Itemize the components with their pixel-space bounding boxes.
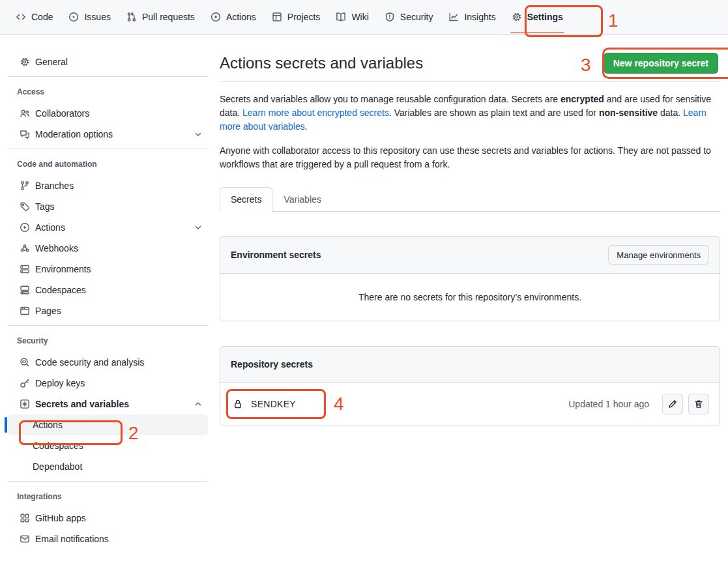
- git-branch-icon: [20, 181, 30, 191]
- table-icon: [272, 12, 282, 22]
- apps-icon: [20, 513, 30, 523]
- tab-projects[interactable]: Projects: [267, 0, 326, 34]
- mail-icon: [20, 534, 30, 544]
- sidebar-item-label: Codespaces: [33, 441, 83, 451]
- pencil-icon: [667, 399, 678, 409]
- repo-tab-nav: Code Issues Pull requests Actions Projec…: [0, 0, 728, 35]
- sidebar-item-pages[interactable]: Pages: [8, 300, 208, 321]
- tab-secrets[interactable]: Secrets: [220, 187, 272, 212]
- sidebar-item-label: Codespaces: [35, 285, 86, 295]
- sidebar-item-tags[interactable]: Tags: [8, 196, 208, 217]
- intro-paragraph-1: Secrets and variables allow you to manag…: [220, 93, 715, 134]
- sidebar-divider: [8, 325, 208, 326]
- sidebar-item-label: Dependabot: [33, 461, 82, 472]
- browser-icon: [20, 306, 30, 316]
- sidebar-item-label: Pages: [35, 306, 61, 316]
- gear-icon: [20, 57, 30, 67]
- settings-sidebar: General Access Collaborators Moderation …: [0, 35, 220, 565]
- main-content: Actions secrets and variables New reposi…: [220, 35, 720, 426]
- tab-code[interactable]: Code: [10, 0, 58, 34]
- delete-secret-button[interactable]: [688, 394, 709, 414]
- sidebar-item-label: Moderation options: [35, 129, 113, 139]
- sidebar-header-integrations: Integrations: [8, 492, 208, 501]
- tab-settings[interactable]: Settings: [506, 0, 568, 34]
- sidebar-item-label: Deploy keys: [35, 378, 85, 388]
- sidebar-item-branches[interactable]: Branches: [8, 175, 208, 196]
- secrets-variables-tabnav: Secrets Variables: [220, 187, 720, 212]
- sidebar-item-label: Actions: [33, 420, 63, 430]
- play-icon: [20, 222, 30, 233]
- sidebar-item-label: Email notifications: [35, 534, 109, 544]
- link-encrypted-secrets[interactable]: Learn more about encrypted secrets: [242, 108, 389, 118]
- shield-icon: [385, 12, 395, 22]
- sidebar-item-webhooks[interactable]: Webhooks: [8, 238, 208, 259]
- webhook-icon: [20, 243, 30, 254]
- secret-updated-text: Updated 1 hour ago: [568, 399, 649, 409]
- tab-pull-requests-label: Pull requests: [142, 12, 195, 22]
- codescan-icon: [20, 357, 30, 368]
- sidebar-item-label: GitHub apps: [35, 513, 86, 523]
- people-icon: [20, 108, 30, 119]
- sidebar-subitem-codespaces[interactable]: Codespaces: [8, 435, 208, 456]
- tab-wiki-label: Wiki: [351, 12, 368, 22]
- gear-icon: [512, 12, 522, 22]
- code-icon: [16, 12, 26, 22]
- sidebar-item-email-notifications[interactable]: Email notifications: [8, 529, 208, 549]
- title-divider: [220, 81, 720, 82]
- chevron-up-icon: [194, 399, 203, 409]
- sidebar-subitem-dependabot[interactable]: Dependabot: [8, 456, 208, 477]
- lock-icon: [233, 399, 243, 409]
- sidebar-item-moderation-options[interactable]: Moderation options: [8, 124, 208, 145]
- trash-icon: [693, 399, 704, 409]
- tab-actions[interactable]: Actions: [205, 0, 261, 34]
- sidebar-item-actions[interactable]: Actions: [8, 217, 208, 238]
- sidebar-header-code-automation: Code and automation: [8, 160, 208, 169]
- tab-issues[interactable]: Issues: [63, 0, 115, 34]
- sidebar-item-collaborators[interactable]: Collaborators: [8, 103, 208, 124]
- environment-secrets-box: Environment secrets Manage environments …: [220, 236, 720, 321]
- sidebar-item-label: Collaborators: [35, 108, 89, 119]
- sidebar-item-general[interactable]: General: [8, 51, 208, 72]
- tab-issues-label: Issues: [84, 12, 110, 22]
- issue-opened-icon: [68, 12, 79, 22]
- sidebar-item-codespaces[interactable]: Codespaces: [8, 280, 208, 300]
- tab-security[interactable]: Security: [379, 0, 439, 34]
- secret-name: SENDKEY: [251, 399, 296, 409]
- tab-pull-requests[interactable]: Pull requests: [121, 0, 200, 34]
- new-repository-secret-button[interactable]: New repository secret: [604, 53, 718, 74]
- sidebar-item-label: Tags: [35, 201, 55, 212]
- secret-row: SENDKEY Updated 1 hour ago: [220, 383, 720, 426]
- sidebar-item-secrets-variables[interactable]: Secrets and variables: [8, 394, 208, 414]
- sidebar-item-label: Code security and analysis: [35, 357, 144, 368]
- intro-text: Secrets and variables allow you to manag…: [220, 93, 720, 171]
- sidebar-item-label: Secrets and variables: [35, 399, 129, 409]
- tab-settings-label: Settings: [527, 12, 563, 22]
- tab-insights[interactable]: Insights: [443, 0, 501, 34]
- tab-insights-label: Insights: [464, 12, 495, 22]
- tab-security-label: Security: [400, 12, 433, 22]
- edit-secret-button[interactable]: [662, 394, 683, 414]
- tab-wiki[interactable]: Wiki: [330, 0, 373, 34]
- graph-icon: [448, 12, 459, 22]
- sidebar-divider: [8, 481, 208, 482]
- sidebar-item-code-security[interactable]: Code security and analysis: [8, 352, 208, 373]
- sidebar-item-label: Branches: [35, 181, 74, 191]
- tab-actions-label: Actions: [226, 12, 256, 22]
- book-icon: [336, 12, 346, 22]
- sidebar-item-environments[interactable]: Environments: [8, 259, 208, 280]
- play-icon: [211, 12, 221, 22]
- sidebar-item-label: Actions: [35, 222, 65, 233]
- page-title: Actions secrets and variables: [220, 53, 423, 74]
- key-asterisk-icon: [20, 399, 30, 409]
- intro-paragraph-2: Anyone with collaborator access to this …: [220, 144, 715, 171]
- sidebar-item-github-apps[interactable]: GitHub apps: [8, 508, 208, 529]
- sidebar-item-deploy-keys[interactable]: Deploy keys: [8, 373, 208, 394]
- tab-variables[interactable]: Variables: [272, 187, 332, 211]
- environment-secrets-empty-message: There are no secrets for this repository…: [220, 274, 720, 321]
- tag-icon: [20, 201, 30, 212]
- repository-secrets-box: Repository secrets SENDKEY Updated 1 hou…: [220, 346, 720, 426]
- sidebar-subitem-actions[interactable]: Actions: [8, 414, 208, 435]
- sidebar-header-access: Access: [8, 87, 208, 96]
- key-icon: [20, 378, 30, 388]
- manage-environments-button[interactable]: Manage environments: [608, 245, 709, 265]
